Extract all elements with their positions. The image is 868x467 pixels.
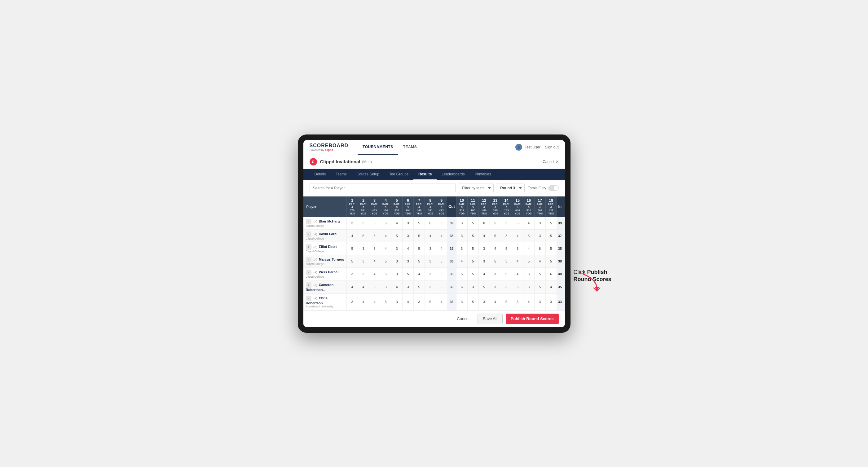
hole-10-score[interactable]: 3: [456, 242, 467, 255]
hole-10-score[interactable]: 3: [456, 229, 467, 242]
hole-13-score[interactable]: 5: [490, 229, 501, 242]
hole-15-score[interactable]: 4: [512, 268, 523, 280]
save-all-button[interactable]: Save All: [477, 314, 503, 324]
hole-8-score[interactable]: 3: [425, 242, 436, 255]
hole-10-score[interactable]: 6: [456, 280, 467, 293]
hole-4-score[interactable]: 5: [380, 293, 392, 310]
hole-3-score[interactable]: 3: [369, 242, 380, 255]
hole-18-score[interactable]: 3: [546, 293, 557, 310]
hole-17-score[interactable]: 3: [534, 293, 546, 310]
hole-5-score[interactable]: 4: [392, 280, 403, 293]
hole-9-score[interactable]: 4: [436, 229, 447, 242]
hole-8-score[interactable]: 4: [425, 229, 436, 242]
hole-9-score[interactable]: 5: [436, 255, 447, 268]
hole-9-score[interactable]: 4: [436, 293, 447, 310]
hole-6-score[interactable]: 3: [403, 280, 414, 293]
hole-17-score[interactable]: 3: [534, 229, 546, 242]
hole-14-score[interactable]: 3: [501, 229, 512, 242]
hole-17-score[interactable]: 3: [534, 217, 546, 230]
totals-toggle-switch[interactable]: [548, 185, 559, 191]
hole-16-score[interactable]: 5: [523, 255, 534, 268]
hole-8-score[interactable]: 3: [425, 268, 436, 280]
hole-15-score[interactable]: 4: [512, 255, 523, 268]
hole-6-score[interactable]: 4: [403, 242, 414, 255]
hole-11-score[interactable]: 5: [467, 293, 478, 310]
hole-2-score[interactable]: 3: [358, 268, 369, 280]
hole-7-score[interactable]: 3: [414, 293, 425, 310]
hole-18-score[interactable]: 5: [546, 229, 557, 242]
hole-6-score[interactable]: 3: [403, 217, 414, 230]
hole-4-score[interactable]: 4: [380, 229, 392, 242]
hole-17-score[interactable]: 6: [534, 242, 546, 255]
hole-12-score[interactable]: 3: [478, 242, 490, 255]
hole-4-score[interactable]: 3: [380, 280, 392, 293]
hole-3-score[interactable]: 4: [369, 255, 380, 268]
hole-5-score[interactable]: 5: [392, 229, 403, 242]
hole-1-score[interactable]: 5: [347, 255, 358, 268]
hole-2-score[interactable]: 4: [358, 293, 369, 310]
hole-14-score[interactable]: 5: [501, 268, 512, 280]
hole-7-score[interactable]: 5: [414, 242, 425, 255]
hole-12-score[interactable]: 4: [478, 229, 490, 242]
hole-13-score[interactable]: 3: [490, 268, 501, 280]
hole-6-score[interactable]: 3: [403, 229, 414, 242]
round-select[interactable]: Round 3: [497, 183, 525, 193]
cancel-button[interactable]: Cancel: [452, 314, 474, 324]
hole-1-score[interactable]: 3: [347, 293, 358, 310]
tab-course-setup[interactable]: Course Setup: [352, 169, 384, 180]
hole-3-score[interactable]: 3: [369, 229, 380, 242]
nav-tournaments[interactable]: TOURNAMENTS: [358, 140, 398, 155]
hole-14-score[interactable]: 3: [501, 217, 512, 230]
tab-tee-groups[interactable]: Tee Groups: [384, 169, 413, 180]
hole-11-score[interactable]: 5: [467, 242, 478, 255]
hole-5-score[interactable]: 3: [392, 268, 403, 280]
hole-15-score[interactable]: 3: [512, 280, 523, 293]
hole-16-score[interactable]: 4: [523, 293, 534, 310]
hole-10-score[interactable]: 5: [456, 268, 467, 280]
hole-6-score[interactable]: 5: [403, 268, 414, 280]
hole-18-score[interactable]: 6: [546, 268, 557, 280]
hole-17-score[interactable]: 5: [534, 268, 546, 280]
hole-2-score[interactable]: 3: [358, 255, 369, 268]
hole-2-score[interactable]: 3: [358, 217, 369, 230]
hole-2-score[interactable]: 6: [358, 229, 369, 242]
hole-2-score[interactable]: 4: [358, 280, 369, 293]
hole-16-score[interactable]: 5: [523, 229, 534, 242]
hole-11-score[interactable]: 5: [467, 217, 478, 230]
hole-13-score[interactable]: 4: [490, 293, 501, 310]
hole-18-score[interactable]: 5: [546, 217, 557, 230]
hole-2-score[interactable]: 3: [358, 242, 369, 255]
hole-14-score[interactable]: 5: [501, 293, 512, 310]
hole-15-score[interactable]: 5: [512, 217, 523, 230]
hole-3-score[interactable]: 5: [369, 217, 380, 230]
hole-9-score[interactable]: 3: [436, 217, 447, 230]
hole-11-score[interactable]: 5: [467, 255, 478, 268]
hole-10-score[interactable]: 4: [456, 255, 467, 268]
hole-11-score[interactable]: 5: [467, 229, 478, 242]
hole-16-score[interactable]: 3: [523, 280, 534, 293]
hole-8-score[interactable]: 6: [425, 217, 436, 230]
hole-5-score[interactable]: 3: [392, 293, 403, 310]
hole-8-score[interactable]: 5: [425, 293, 436, 310]
hole-5-score[interactable]: 3: [392, 255, 403, 268]
hole-7-score[interactable]: 5: [414, 280, 425, 293]
publish-round-scores-button[interactable]: Publish Round Scores: [506, 314, 559, 324]
hole-6-score[interactable]: 3: [403, 255, 414, 268]
hole-8-score[interactable]: 3: [425, 255, 436, 268]
hole-12-score[interactable]: 6: [478, 217, 490, 230]
hole-13-score[interactable]: 4: [490, 242, 501, 255]
hole-15-score[interactable]: 3: [512, 293, 523, 310]
hole-13-score[interactable]: 5: [490, 255, 501, 268]
hole-7-score[interactable]: 5: [414, 229, 425, 242]
hole-13-score[interactable]: 5: [490, 217, 501, 230]
hole-16-score[interactable]: 4: [523, 217, 534, 230]
hole-11-score[interactable]: 5: [467, 268, 478, 280]
hole-4-score[interactable]: 4: [380, 242, 392, 255]
hole-5-score[interactable]: 3: [392, 242, 403, 255]
hole-1-score[interactable]: 5: [347, 242, 358, 255]
hole-18-score[interactable]: 4: [546, 280, 557, 293]
tab-leaderboards[interactable]: Leaderboards: [437, 169, 469, 180]
hole-12-score[interactable]: 4: [478, 268, 490, 280]
hole-1-score[interactable]: 3: [347, 268, 358, 280]
filter-by-team-select[interactable]: Filter by team: [459, 183, 494, 193]
